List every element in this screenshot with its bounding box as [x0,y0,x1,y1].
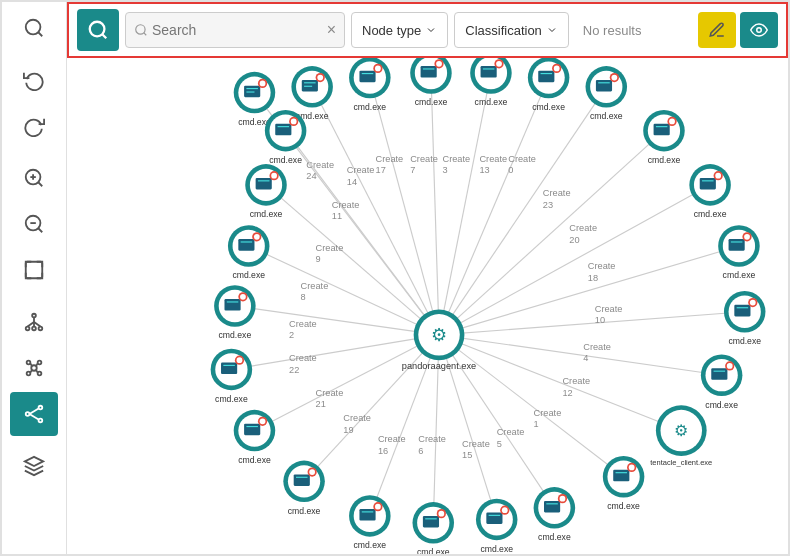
svg-point-121 [317,75,323,81]
node-n10[interactable]: cmd.exe [724,291,766,346]
node-n6[interactable]: cmd.exe [586,66,628,121]
svg-point-22 [38,372,42,376]
svg-text:cmd.exe: cmd.exe [232,270,265,280]
svg-point-13 [39,327,43,331]
node-n22b[interactable]: cmd.exe [245,164,287,219]
svg-text:cmd.exe: cmd.exe [415,97,448,107]
toolbar: × Node type Classification No results [67,2,788,58]
node-n9[interactable]: cmd.exe [718,225,760,280]
svg-point-231 [438,511,444,517]
sidebar-item-redo[interactable] [10,104,58,148]
node-n13[interactable]: cmd.exe [534,487,576,542]
svg-text:Create: Create [418,434,446,444]
node-n18[interactable]: cmd.exe [234,410,276,465]
graph-canvas[interactable]: Create 14 Create 24 Create 17 Create 7 C… [67,58,788,554]
svg-point-157 [554,65,560,71]
node-type-filter[interactable]: Node type [351,12,448,48]
node-n16[interactable]: cmd.exe [349,495,391,550]
svg-text:9: 9 [316,254,321,264]
sidebar-item-layers[interactable] [10,444,58,488]
svg-text:8: 8 [301,292,306,302]
svg-rect-9 [26,262,43,279]
svg-rect-176 [702,180,714,181]
svg-text:Create: Create [479,154,507,164]
node-n15[interactable]: cmd.exe [413,502,455,554]
search-box[interactable]: × [125,12,345,48]
svg-line-34 [102,34,106,38]
svg-line-66 [439,246,739,335]
svg-text:23: 23 [543,200,553,210]
node-n5[interactable]: cmd.exe [528,58,570,112]
search-button[interactable] [77,9,119,51]
svg-text:Create: Create [332,200,360,210]
sidebar-item-zoom-out[interactable] [10,202,58,246]
sidebar-item-zoom-in[interactable] [10,156,58,200]
svg-point-266 [240,294,246,300]
node-n23[interactable]: cmd.exe [265,110,307,165]
svg-text:21: 21 [316,400,326,410]
svg-rect-118 [304,82,316,83]
svg-text:15: 15 [462,450,472,460]
svg-line-24 [36,363,38,366]
svg-text:Create: Create [534,408,562,418]
svg-point-273 [254,234,260,240]
toolbar-actions [698,12,778,48]
node-n8[interactable]: cmd.exe [689,164,731,219]
svg-rect-161 [596,80,612,92]
eye-button[interactable] [740,12,778,48]
sidebar-item-cluster[interactable] [10,346,58,390]
svg-text:Create: Create [376,154,404,164]
svg-text:Create: Create [289,319,317,329]
svg-text:3: 3 [442,165,447,175]
classification-filter[interactable]: Classification [454,12,569,48]
svg-text:cmd.exe: cmd.exe [538,532,571,542]
node-n7[interactable]: cmd.exe [643,110,685,165]
svg-text:Create: Create [562,376,590,386]
sidebar-item-undo[interactable] [10,58,58,102]
svg-text:cmd.exe: cmd.exe [590,111,623,121]
node-n11[interactable]: cmd.exe [701,354,743,409]
sidebar-item-graph[interactable] [10,392,58,436]
node-tentacle[interactable]: ⚙ tentacle_client.exe [650,405,712,467]
svg-point-21 [27,372,31,376]
svg-line-72 [439,335,722,375]
node-n3[interactable]: cmd.exe [410,58,452,107]
svg-text:Create: Create [462,439,490,449]
svg-text:cmd.exe: cmd.exe [607,501,640,511]
svg-text:cmd.exe: cmd.exe [219,330,252,340]
svg-point-224 [502,507,508,513]
svg-text:cmd.exe: cmd.exe [238,455,271,465]
svg-text:Create: Create [588,261,616,271]
svg-rect-196 [711,368,727,380]
clear-search-button[interactable]: × [327,21,336,39]
node-n4[interactable]: cmd.exe [470,58,512,107]
sidebar-item-search[interactable] [10,6,58,50]
node-n21[interactable]: cmd.exe [228,225,270,280]
node-n20[interactable]: cmd.exe [214,285,256,340]
svg-rect-214 [544,501,560,513]
svg-point-27 [26,412,30,416]
node-n17[interactable]: cmd.exe [283,461,325,516]
svg-rect-257 [223,365,235,366]
svg-text:cmd.exe: cmd.exe [475,97,508,107]
svg-line-7 [38,228,42,232]
svg-line-63 [439,185,710,335]
node-n12[interactable]: cmd.exe [603,456,645,511]
svg-point-178 [715,173,721,179]
sidebar-item-fit[interactable] [10,248,58,292]
highlight-button[interactable] [698,12,736,48]
svg-text:6: 6 [418,446,423,456]
svg-point-11 [26,327,30,331]
svg-text:4: 4 [583,353,588,363]
search-input[interactable] [152,22,323,38]
node-n14[interactable]: cmd.exe [476,499,518,554]
node-n19[interactable]: cmd.exe [211,349,253,404]
svg-text:Create: Create [289,353,317,363]
svg-rect-208 [616,472,628,473]
svg-text:18: 18 [588,273,598,283]
node-n22[interactable]: cmd.exe [349,58,391,112]
svg-text:Create: Create [497,427,525,437]
sidebar-item-hierarchy[interactable] [10,300,58,344]
node-n1[interactable]: cmd.exe [291,66,333,121]
svg-point-150 [496,61,502,67]
